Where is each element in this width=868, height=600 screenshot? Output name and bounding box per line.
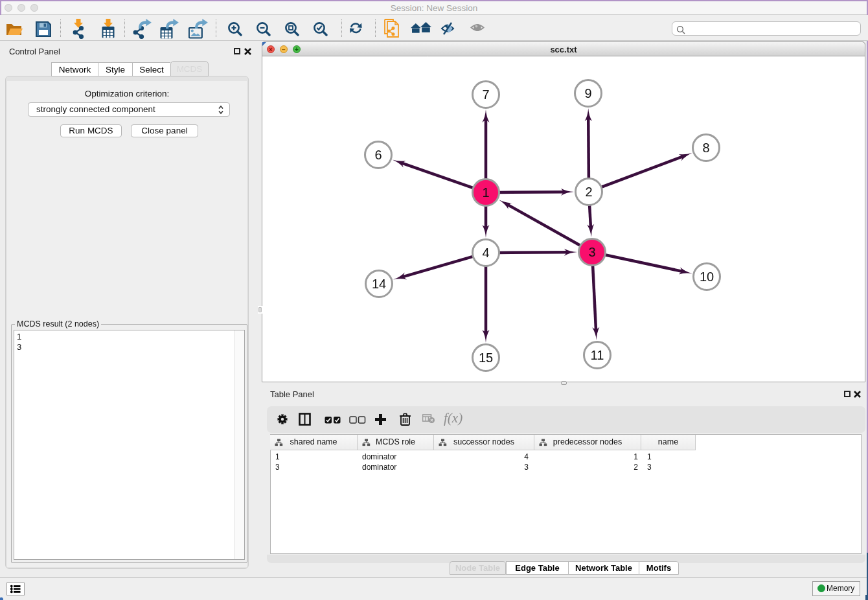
svg-text:8: 8 [702,141,709,155]
svg-text:4: 4 [482,246,489,260]
svg-text:10: 10 [700,270,714,284]
svg-text:2: 2 [585,185,592,199]
svg-text:9: 9 [584,86,591,100]
svg-text:1: 1 [482,185,489,200]
svg-text:11: 11 [591,348,604,362]
svg-text:6: 6 [374,148,382,162]
svg-text:15: 15 [479,351,493,365]
svg-text:7: 7 [482,87,489,102]
svg-text:14: 14 [372,277,386,291]
svg-text:3: 3 [588,245,595,259]
